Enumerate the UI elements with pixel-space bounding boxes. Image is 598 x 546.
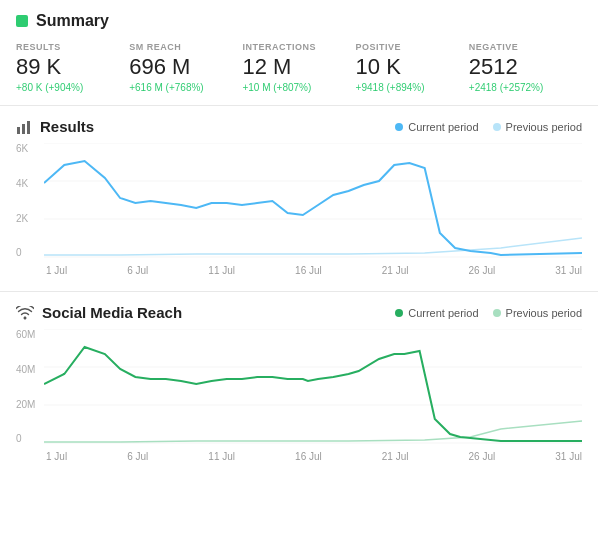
reach-previous-dot (493, 309, 501, 317)
stat-label: SM REACH (129, 42, 242, 52)
reach-chart-legend: Current period Previous period (395, 307, 582, 319)
results-chart-header: Results Current period Previous period (16, 118, 582, 135)
summary-title: Summary (16, 12, 582, 30)
results-chart-title: Results (16, 118, 94, 135)
reach-legend-current: Current period (395, 307, 478, 319)
reach-chart-container: 60M 40M 20M 0 1 Jul (16, 329, 582, 469)
reach-chart-header: Social Media Reach Current period Previo… (16, 304, 582, 321)
legend-current: Current period (395, 121, 478, 133)
reach-y-axis: 60M 40M 20M 0 (16, 329, 44, 444)
results-y-axis: 6K 4K 2K 0 (16, 143, 44, 258)
stat-value: 696 M (129, 54, 242, 80)
svg-rect-2 (27, 121, 30, 134)
current-period-dot (395, 123, 403, 131)
stat-item: SM REACH 696 M +616 M (+768%) (129, 42, 242, 93)
stat-label: RESULTS (16, 42, 129, 52)
results-chart-section: Results Current period Previous period 6… (0, 106, 598, 292)
svg-rect-0 (17, 127, 20, 134)
legend-previous: Previous period (493, 121, 582, 133)
reach-chart-svg (44, 329, 582, 444)
stat-change: +9418 (+894%) (356, 82, 469, 93)
stat-value: 2512 (469, 54, 582, 80)
previous-period-dot (493, 123, 501, 131)
stat-value: 10 K (356, 54, 469, 80)
stat-item: RESULTS 89 K +80 K (+904%) (16, 42, 129, 93)
summary-section: Summary RESULTS 89 K +80 K (+904%) SM RE… (0, 0, 598, 106)
stat-label: POSITIVE (356, 42, 469, 52)
stats-row: RESULTS 89 K +80 K (+904%) SM REACH 696 … (16, 42, 582, 93)
reach-chart-section: Social Media Reach Current period Previo… (0, 292, 598, 477)
stat-value: 12 M (242, 54, 355, 80)
stat-change: +10 M (+807%) (242, 82, 355, 93)
stat-item: NEGATIVE 2512 +2418 (+2572%) (469, 42, 582, 93)
stat-item: INTERACTIONS 12 M +10 M (+807%) (242, 42, 355, 93)
results-chart-legend: Current period Previous period (395, 121, 582, 133)
results-chart-area (44, 143, 582, 263)
stat-item: POSITIVE 10 K +9418 (+894%) (356, 42, 469, 93)
stat-change: +616 M (+768%) (129, 82, 242, 93)
stat-change: +80 K (+904%) (16, 82, 129, 93)
wifi-icon (16, 306, 34, 320)
stat-change: +2418 (+2572%) (469, 82, 582, 93)
results-chart-container: 6K 4K 2K 0 1 Jul (16, 143, 582, 283)
summary-icon (16, 15, 28, 27)
reach-x-axis: 1 Jul 6 Jul 11 Jul 16 Jul 21 Jul 26 Jul … (46, 449, 582, 462)
reach-current-dot (395, 309, 403, 317)
bar-chart-icon (16, 119, 32, 135)
results-x-axis: 1 Jul 6 Jul 11 Jul 16 Jul 21 Jul 26 Jul … (46, 263, 582, 276)
reach-legend-previous: Previous period (493, 307, 582, 319)
reach-chart-title: Social Media Reach (16, 304, 182, 321)
stat-label: INTERACTIONS (242, 42, 355, 52)
results-chart-svg (44, 143, 582, 258)
stat-value: 89 K (16, 54, 129, 80)
reach-chart-area (44, 329, 582, 449)
svg-rect-1 (22, 124, 25, 134)
stat-label: NEGATIVE (469, 42, 582, 52)
